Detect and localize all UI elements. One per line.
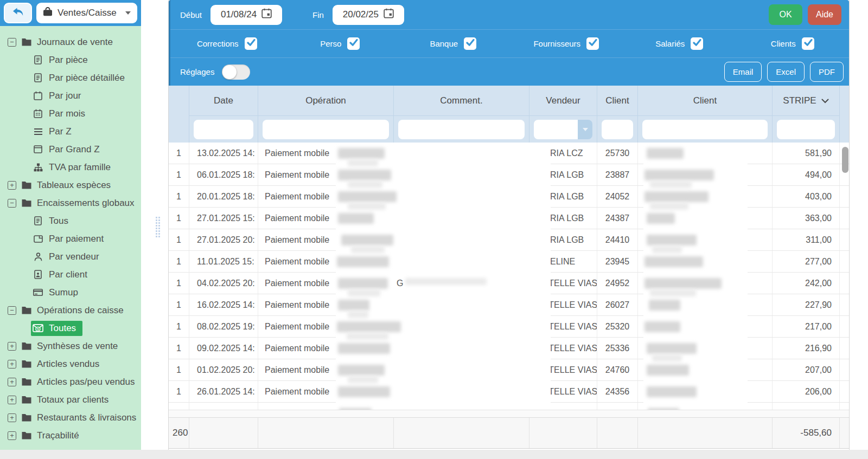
sidebar-item-par-mois[interactable]: Par mois: [0, 105, 141, 122]
collapse-icon[interactable]: −: [8, 199, 16, 208]
checkbox-clients[interactable]: [802, 37, 814, 50]
cell-client: 24387: [597, 208, 638, 229]
sidebar-item-label: Opérations de caisse: [37, 305, 124, 316]
cell-nb: 1: [169, 143, 189, 164]
sidebar-item-tva-par-famille[interactable]: TVA par famille: [0, 158, 141, 176]
reglages-toggle[interactable]: [222, 64, 250, 80]
fin-date-input[interactable]: 20/02/25: [333, 5, 404, 25]
checkbox-corrections[interactable]: [245, 37, 257, 50]
cell-stripe: 242,00: [773, 273, 840, 294]
vertical-scrollbar-thumb[interactable]: [842, 147, 848, 173]
filter-input-client[interactable]: [642, 120, 768, 139]
header-column: Client: [638, 86, 773, 143]
checkbox-label: Clients: [771, 39, 796, 48]
sidebar-item-par-paiement[interactable]: Par paiement: [0, 230, 141, 248]
column-header-client[interactable]: Client: [638, 86, 772, 115]
sidebar-item-articles-vendus[interactable]: +Articles vendus: [0, 355, 141, 373]
sidebar-item-toutes[interactable]: $Toutes: [0, 319, 141, 337]
filter-input-stripe[interactable]: [777, 120, 835, 139]
cell-client: 24410: [597, 229, 638, 250]
filter-input-comment[interactable]: [398, 120, 525, 139]
column-header-date[interactable]: Date: [189, 86, 258, 115]
sidebar-item-sumup[interactable]: Sumup: [0, 283, 141, 301]
cell-nb: 1: [169, 164, 189, 185]
cell-date: 06.01.2025 18:: [189, 164, 258, 185]
collapse-icon[interactable]: −: [8, 38, 16, 47]
sidebar-item-par-grand-z[interactable]: Par Grand Z: [0, 140, 141, 158]
collapse-icon[interactable]: −: [8, 306, 16, 315]
vendeur-filter-field[interactable]: [534, 120, 578, 139]
checkbox-label: Perso: [320, 39, 341, 48]
filter-cell: [394, 115, 529, 143]
column-header-opration[interactable]: Opération: [258, 86, 393, 115]
vendeur-filter-dropdown-button[interactable]: [578, 120, 592, 139]
header-column: STRIPE: [773, 86, 840, 143]
redacted-text: [647, 343, 697, 354]
sidebar-item-articles-pas-peu-vendus[interactable]: +Articles pas/peu vendus: [0, 373, 141, 391]
sidebar-item-par-client[interactable]: Par client: [0, 266, 141, 283]
sidebar-item-encaissements-globaux[interactable]: −Encaissements globaux: [0, 194, 141, 212]
sidebar-item-par-vendeur[interactable]: Par vendeur: [0, 248, 141, 266]
sidebar-item-par-pi-ce-d-taill-e[interactable]: Par pièce détaillée: [0, 69, 141, 87]
column-header-stripe[interactable]: STRIPE: [773, 86, 839, 115]
sidebar-item-tableaux-esp-ces[interactable]: +Tableaux espèces: [0, 176, 141, 194]
expand-icon[interactable]: +: [8, 431, 16, 440]
redacted-text: [647, 148, 684, 159]
column-header-nb: [169, 86, 189, 115]
expand-icon[interactable]: +: [8, 181, 16, 190]
filter-input-date[interactable]: [194, 120, 253, 139]
cell-nb: 1: [169, 338, 189, 359]
expand-icon[interactable]: +: [8, 360, 16, 369]
sidebar-item-par-jour[interactable]: Par jour: [0, 87, 141, 105]
checkbox-label: Fournisseurs: [533, 39, 580, 48]
sidebar-item-tous[interactable]: Tous: [0, 212, 141, 230]
sidebar-item-journaux-de-vente[interactable]: −Journaux de vente: [0, 33, 141, 51]
aide-button[interactable]: Aide: [808, 4, 841, 25]
redacted-text: [650, 181, 692, 188]
filter-input-client[interactable]: [602, 120, 633, 139]
sidebar-item-par-z[interactable]: Par Z: [0, 122, 141, 140]
export-buttons: EmailExcelPDF: [719, 62, 844, 82]
cell-date: 20.01.2025 18:: [189, 186, 258, 207]
fin-label: Fin: [312, 10, 324, 20]
calendar-icon: [261, 8, 272, 21]
redacted-text: [405, 278, 487, 285]
back-button[interactable]: [4, 3, 32, 23]
sidebar-item-par-pi-ce[interactable]: Par pièce: [0, 51, 141, 69]
column-header-client[interactable]: Client: [597, 86, 637, 115]
sidebar-item-restaurants-livraisons[interactable]: +Restaurants & livraisons: [0, 409, 141, 426]
filter-cell: [529, 115, 597, 143]
column-header-vendeur[interactable]: Vendeur: [529, 86, 597, 115]
cell-client: 25336: [597, 338, 638, 359]
filter-cell: [189, 115, 258, 143]
panel-resize-handle[interactable]: [156, 217, 161, 242]
debut-label: Début: [180, 10, 202, 20]
module-dropdown[interactable]: Ventes/Caisse: [36, 3, 137, 23]
debut-date-input[interactable]: 01/08/24: [210, 5, 282, 25]
expand-icon[interactable]: +: [8, 378, 16, 386]
expand-icon[interactable]: +: [8, 413, 16, 422]
pdf-export-button[interactable]: PDF: [810, 62, 844, 82]
sidebar-item-op-rations-de-caisse[interactable]: −Opérations de caisse: [0, 301, 141, 319]
excel-export-button[interactable]: Excel: [767, 62, 805, 82]
checkbox-perso[interactable]: [347, 37, 360, 50]
footer-cell: [394, 418, 529, 448]
sidebar-item-synth-ses-de-vente[interactable]: +Synthèses de vente: [0, 337, 141, 355]
expand-icon[interactable]: +: [8, 342, 16, 351]
filter-input-opration[interactable]: [263, 120, 389, 139]
chevron-down-icon[interactable]: [821, 95, 829, 106]
column-header-comment[interactable]: Comment.: [394, 86, 529, 115]
horizontal-scrollbar-track[interactable]: [169, 410, 849, 417]
checkbox-fournisseurs[interactable]: [586, 37, 599, 50]
vendeur-filter-combobox[interactable]: [534, 120, 592, 139]
sidebar-item-totaux-par-clients[interactable]: +Totaux par clients: [0, 391, 141, 409]
expand-icon[interactable]: +: [8, 396, 16, 404]
checkbox-salariés[interactable]: [691, 37, 703, 50]
sidebar-item-tra-abilit-[interactable]: +Traçabilité: [0, 426, 141, 444]
checkbox-banque[interactable]: [464, 37, 476, 50]
email-export-button[interactable]: Email: [724, 62, 762, 82]
ok-button[interactable]: OK: [769, 4, 802, 25]
header-column: Vendeur: [529, 86, 597, 143]
folder-icon: [21, 378, 32, 386]
header-column: Client: [597, 86, 638, 143]
